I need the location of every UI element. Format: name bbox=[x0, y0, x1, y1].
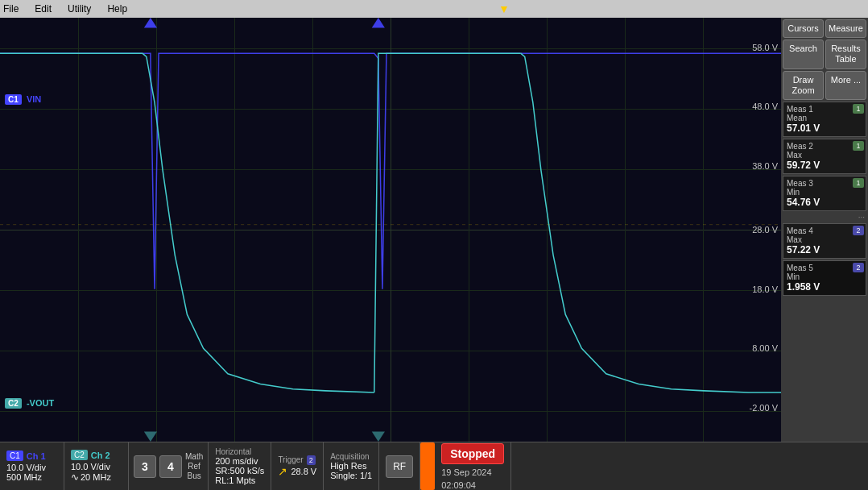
horizontal-sr: SR:500 kS/s bbox=[215, 466, 264, 475]
draw-zoom-button[interactable]: Draw Zoom bbox=[783, 71, 824, 100]
horizontal-section: Horizontal 200 ms/div SR:500 kS/s RL:1 M… bbox=[209, 442, 271, 490]
trigger-position-marker: ▼ bbox=[498, 2, 510, 15]
meas2-badge: 1 bbox=[853, 141, 864, 151]
menu-bar: File Edit Utility Help ▼ bbox=[0, 0, 868, 18]
svg-marker-2 bbox=[372, 18, 385, 28]
ch2-status-label: Ch 2 bbox=[91, 451, 110, 460]
math-ref-bus-group: 3 4 Math Ref Bus bbox=[129, 442, 209, 490]
svg-marker-4 bbox=[372, 431, 385, 442]
scope-display[interactable]: 58.0 V 48.0 V 38.0 V 28.0 V 18.0 V 8.00 … bbox=[0, 18, 781, 442]
menu-edit[interactable]: Edit bbox=[35, 3, 52, 15]
ch1-status: C1 Ch 1 10.0 V/div 500 MHz bbox=[0, 442, 64, 490]
meas4-box[interactable]: 2 Meas 4 Max 57.22 V bbox=[783, 223, 866, 259]
main-area: 58.0 V 48.0 V 38.0 V 28.0 V 18.0 V 8.00 … bbox=[0, 18, 868, 442]
meas2-box[interactable]: 1 Meas 2 Max 59.72 V bbox=[783, 139, 866, 174]
stopped-section: Stopped 19 Sep 2024 02:09:04 bbox=[435, 442, 511, 490]
ch2-freq: 20 MHz bbox=[81, 472, 111, 482]
meas5-sub: Min bbox=[787, 272, 862, 281]
meas5-value: 1.958 V bbox=[787, 281, 862, 293]
channel-4-button[interactable]: 4 bbox=[159, 455, 182, 478]
meas1-box[interactable]: 1 Meas 1 Mean 57.01 V bbox=[783, 102, 866, 137]
meas4-value: 57.22 V bbox=[787, 244, 862, 255]
meas2-title: Meas 2 bbox=[787, 142, 862, 151]
status-bar: C1 Ch 1 10.0 V/div 500 MHz C2 Ch 2 10.0 … bbox=[0, 442, 868, 490]
svg-marker-3 bbox=[144, 431, 157, 442]
trigger-slope-icon: ↗ bbox=[278, 465, 287, 478]
ch2-status-badge: C2 bbox=[71, 450, 88, 460]
ch1-status-badge: C1 bbox=[6, 451, 23, 461]
scope-canvas[interactable]: 58.0 V 48.0 V 38.0 V 28.0 V 18.0 V 8.00 … bbox=[0, 18, 781, 442]
meas4-badge: 2 bbox=[853, 226, 864, 235]
menu-utility[interactable]: Utility bbox=[68, 3, 91, 15]
btn-row-search-results: Search Results Table bbox=[783, 39, 866, 69]
status-date: 19 Sep 2024 bbox=[441, 467, 504, 477]
meas3-value: 54.76 V bbox=[787, 197, 862, 208]
results-table-button[interactable]: Results Table bbox=[825, 39, 866, 69]
btn-row-cursors-measure: Cursors Measure bbox=[783, 19, 866, 38]
right-panel: Cursors Measure Search Results Table Dra… bbox=[781, 18, 868, 442]
acquisition-single: Single: 1/1 bbox=[330, 471, 372, 480]
meas3-title: Meas 3 bbox=[787, 179, 862, 188]
ch2-bandwidth-icon: ∿ bbox=[71, 471, 79, 483]
trigger-badge: 2 bbox=[307, 455, 316, 465]
svg-marker-1 bbox=[144, 18, 157, 28]
acquisition-mode: High Res bbox=[330, 461, 372, 471]
meas3-badge: 1 bbox=[853, 178, 864, 188]
acquisition-section: Acquisition High Res Single: 1/1 bbox=[324, 442, 379, 490]
meas3-sub: Min bbox=[787, 188, 862, 197]
meas5-title: Meas 5 bbox=[787, 264, 862, 272]
ch1-status-label: Ch 1 bbox=[27, 451, 46, 461]
search-button[interactable]: Search bbox=[783, 39, 824, 69]
trigger-section: Trigger 2 ↗ 28.8 V bbox=[271, 442, 324, 490]
trigger-label: Trigger bbox=[278, 455, 303, 464]
horizontal-label: Horizontal bbox=[215, 447, 264, 456]
meas1-sub: Mean bbox=[787, 114, 862, 122]
math-ref-bus-label: Math Ref Bus bbox=[185, 452, 203, 481]
rf-section[interactable]: RF bbox=[379, 442, 420, 490]
rf-button[interactable]: RF bbox=[386, 455, 413, 478]
horizontal-rl: RL:1 Mpts bbox=[215, 475, 264, 485]
status-time: 02:09:04 bbox=[441, 480, 504, 490]
ch1-freq: 500 MHz bbox=[6, 472, 57, 482]
meas1-badge: 1 bbox=[853, 104, 864, 114]
meas1-title: Meas 1 bbox=[787, 105, 862, 114]
measure-button[interactable]: Measure bbox=[825, 19, 866, 38]
btn-row-draw-more: Draw Zoom More ... bbox=[783, 71, 866, 100]
meas2-sub: Max bbox=[787, 151, 862, 160]
menu-file[interactable]: File bbox=[3, 3, 19, 15]
ch2-status: C2 Ch 2 10.0 V/div ∿ 20 MHz bbox=[64, 442, 129, 490]
acquisition-label: Acquisition bbox=[330, 452, 372, 461]
ch1-vdiv: 10.0 V/div bbox=[6, 463, 57, 472]
menu-help[interactable]: Help bbox=[107, 3, 127, 15]
meas3-box[interactable]: 1 Meas 3 Min 54.76 V bbox=[783, 176, 866, 211]
waveform-display bbox=[0, 18, 781, 442]
stopped-button[interactable]: Stopped bbox=[441, 443, 504, 464]
ch2-vdiv: 10.0 V/div bbox=[71, 462, 122, 471]
horizontal-tdiv: 200 ms/div bbox=[215, 456, 264, 466]
meas5-badge: 2 bbox=[853, 263, 864, 272]
meas4-title: Meas 4 bbox=[787, 226, 862, 235]
meas5-box[interactable]: 2 Meas 5 Min 1.958 V bbox=[783, 260, 866, 296]
more-button[interactable]: More ... bbox=[825, 71, 866, 100]
meas1-value: 57.01 V bbox=[787, 122, 862, 134]
orange-indicator bbox=[420, 442, 435, 490]
cursors-button[interactable]: Cursors bbox=[783, 19, 824, 38]
meas4-sub: Max bbox=[787, 235, 862, 244]
meas2-value: 59.72 V bbox=[787, 160, 862, 171]
channel-3-button[interactable]: 3 bbox=[134, 455, 156, 478]
trigger-value: 28.8 V bbox=[291, 467, 316, 476]
divider-dots: ··· bbox=[783, 213, 866, 222]
